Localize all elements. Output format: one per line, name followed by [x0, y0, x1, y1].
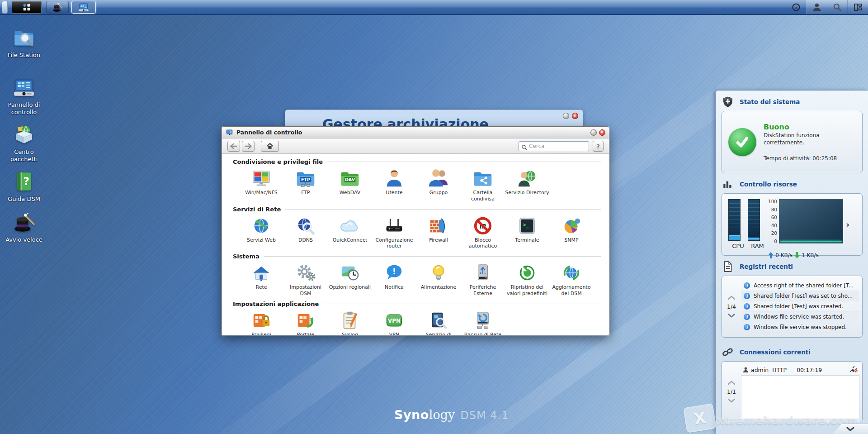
cp-item-gruppo[interactable]: Gruppo — [416, 168, 461, 202]
show-desktop-button[interactable] — [2, 1, 8, 14]
page-up-button[interactable] — [728, 296, 735, 300]
help-button[interactable]: ? — [593, 141, 604, 152]
cp-item-alimentazione[interactable]: Alimentazione — [416, 262, 461, 297]
dsm-help-icon: ? — [13, 170, 35, 193]
connection-time: 00:17:19 — [797, 367, 822, 373]
cp-item-opzioni-regionali[interactable]: Opzioni regionali — [328, 262, 372, 297]
cp-item-vpn[interactable]: VPNVPN — [372, 310, 416, 335]
cp-item-ripristino-dei-valori-predefiniti[interactable]: Ripristino dei valori predefiniti — [505, 262, 549, 297]
forward-button[interactable] — [242, 141, 255, 152]
log-row[interactable]: iShared folder [Test] was set to sho... — [741, 291, 859, 301]
cp-item-rete[interactable]: Rete — [239, 262, 283, 297]
widget-header[interactable]: Controllo risorse — [716, 173, 868, 193]
disconnect-icon[interactable] — [849, 366, 858, 374]
search-button[interactable] — [827, 0, 848, 14]
web-services-icon — [251, 215, 272, 236]
section-items-row: Privilegi applicazionePortale applicazio… — [239, 310, 601, 335]
cp-item-quickconnect[interactable]: QuickConnect — [328, 215, 372, 250]
search-input[interactable] — [529, 143, 582, 149]
log-row[interactable]: iAccess right of the shared folder [T... — [741, 281, 859, 291]
home-button[interactable] — [261, 141, 279, 152]
widget-header[interactable]: Stato del sistema — [716, 91, 868, 111]
cp-item-firewall[interactable]: Firewall — [416, 215, 461, 250]
titlebar[interactable]: Pannello di controllo ✕ — [222, 127, 609, 138]
download-value: 1 KB/s — [802, 252, 819, 258]
info-circle-icon: i — [792, 3, 801, 12]
page-down-button[interactable] — [728, 399, 735, 403]
cp-item-utente[interactable]: Utente — [372, 168, 416, 202]
section-items-row: Win/Mac/NFSFTPFTPDAVWebDAVUtenteGruppoCa… — [239, 168, 601, 202]
desktop-icon-avvio-veloce[interactable]: Avvio veloce — [0, 211, 48, 243]
upload-arrow-icon — [768, 252, 774, 258]
logo-product: DSM 4.1 — [460, 409, 509, 422]
cp-item-configurazione-router[interactable]: Configurazione router — [372, 215, 416, 250]
cp-item-periferiche-esterne[interactable]: Periferiche Esterne — [461, 262, 505, 297]
cp-item-label: Opzioni regionali — [329, 284, 371, 291]
desktop-icon-guida-dsm[interactable]: ?Guida DSM — [0, 170, 48, 203]
cp-item-backup-di-rete[interactable]: Backup di Rete — [461, 310, 505, 335]
cp-item-label: Syslog — [342, 332, 358, 335]
cp-item-servizio-directory[interactable]: Servizio Directory — [505, 168, 549, 202]
cp-item-syslog[interactable]: Syslog — [328, 310, 372, 335]
svg-text:FTP: FTP — [301, 177, 310, 182]
log-row[interactable]: iWindows file service was started. — [741, 312, 859, 322]
logo-brand-light: logy — [429, 408, 455, 422]
svg-text:DAV: DAV — [345, 177, 355, 182]
magnifier-icon — [833, 3, 842, 12]
recent-logs-card: 1/4 iAccess right of the shared folder [… — [722, 276, 863, 338]
chart-line — [780, 241, 842, 242]
back-button[interactable] — [227, 141, 240, 152]
info-button[interactable]: i — [786, 0, 807, 14]
cp-item-impostazioni-dsm[interactable]: Impostazioni DSM — [283, 262, 328, 297]
desktop-icon-centro-pacchetti[interactable]: Centro pacchetti — [0, 123, 48, 162]
desktop-icon-pannello-di-controllo[interactable]: Pannello di controllo — [0, 76, 48, 115]
main-menu-button[interactable] — [12, 1, 42, 14]
cp-item-label: Servizi Web — [247, 237, 276, 243]
network-chart — [779, 199, 843, 243]
gauge-label: CPU — [728, 243, 748, 249]
minimize-button[interactable] — [590, 129, 597, 136]
cp-item-webdav[interactable]: DAVWebDAV — [328, 168, 372, 202]
taskbar-window-button-control-panel[interactable] — [71, 1, 96, 14]
cp-item-terminale[interactable]: >_Terminale — [505, 215, 549, 250]
cp-item-notifica[interactable]: !Notifica — [372, 262, 416, 297]
cp-item-win-mac-nfs[interactable]: Win/Mac/NFS — [239, 168, 283, 202]
widget-header[interactable]: Connessioni correnti — [716, 341, 868, 361]
magic-hat-icon — [52, 2, 63, 13]
cp-item-ftp[interactable]: FTPFTP — [283, 168, 328, 202]
power-bulb-icon — [428, 262, 449, 283]
svg-text:VPN: VPN — [388, 318, 401, 324]
widget-header[interactable]: Registri recenti — [716, 256, 868, 276]
cp-item-label: Cartella condivisa — [461, 190, 505, 202]
cp-item-blocco-automatico[interactable]: IPBlocco automatico — [461, 215, 505, 250]
document-icon — [722, 261, 734, 272]
log-row[interactable]: iWindows file service was stopped. — [741, 322, 859, 333]
resource-monitor-card: CPURAM 100806040200 › 0 KB/s 1 KB/s — [722, 193, 863, 256]
cp-item-portale-applicazione[interactable]: Portale applicazione — [283, 310, 328, 335]
cp-item-servizi-web[interactable]: Servizi Web — [239, 215, 283, 250]
minimize-button[interactable] — [563, 113, 569, 119]
quick-start-button[interactable] — [46, 1, 69, 14]
cp-item-ddns[interactable]: DDNS — [283, 215, 328, 250]
media-indexing-icon — [428, 310, 449, 331]
log-row[interactable]: iShared folder [Test] was created. — [741, 301, 859, 312]
user-button[interactable] — [807, 0, 827, 14]
cp-item-label: Gruppo — [429, 190, 448, 196]
page-up-button[interactable] — [728, 381, 735, 385]
svg-text:?: ? — [23, 175, 29, 188]
connection-row[interactable]: admin HTTP 00:17:19 — [741, 364, 859, 375]
pilot-view-button[interactable] — [848, 0, 868, 14]
cp-item-privilegi-applicazione[interactable]: Privilegi applicazione — [239, 310, 283, 335]
expand-chevron-icon[interactable]: › — [846, 219, 849, 230]
page-down-button[interactable] — [728, 314, 735, 318]
close-icon[interactable]: ✕ — [572, 113, 578, 119]
cp-item-aggiornamento-del-dsm[interactable]: Aggiornamento del DSM — [549, 262, 594, 297]
cp-item-servizio-di-indicizzazione-multimediale[interactable]: Servizio di indicizzazione multimediale — [416, 310, 461, 335]
cp-item-cartella-condivisa[interactable]: Cartella condivisa — [461, 168, 505, 202]
y-tick: 40 — [768, 223, 777, 228]
cp-item-snmp[interactable]: SNMP — [549, 215, 594, 250]
desktop-icon-file-station[interactable]: File Station — [0, 26, 48, 59]
close-icon[interactable]: ✕ — [599, 129, 605, 136]
shield-icon — [722, 96, 734, 108]
cp-item-label: Terminale — [515, 237, 539, 243]
